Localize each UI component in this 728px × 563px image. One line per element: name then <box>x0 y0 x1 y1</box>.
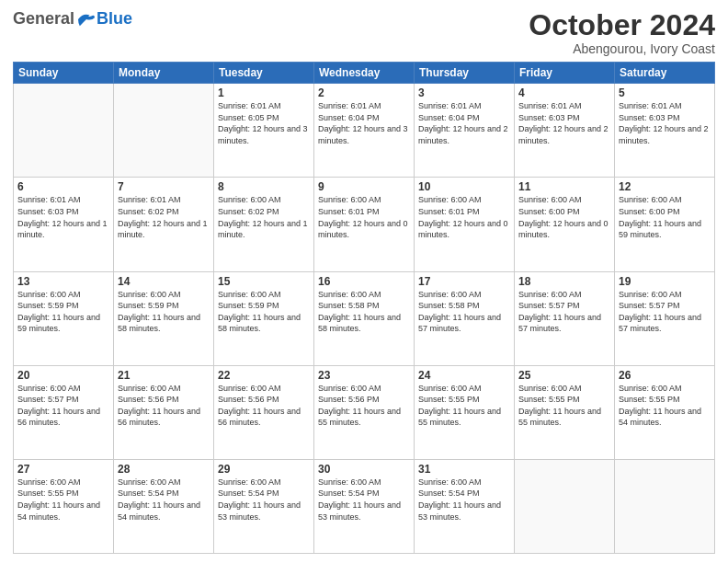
header-sunday: Sunday <box>14 63 114 84</box>
day-number: 13 <box>17 275 109 288</box>
header-saturday: Saturday <box>615 63 715 84</box>
day-number: 26 <box>619 369 711 382</box>
logo: General Blue <box>13 9 132 29</box>
header-tuesday: Tuesday <box>214 63 314 84</box>
calendar-table: Sunday Monday Tuesday Wednesday Thursday… <box>13 62 715 554</box>
table-row: 22Sunrise: 6:00 AMSunset: 5:56 PMDayligh… <box>214 365 314 459</box>
table-row: 25Sunrise: 6:00 AMSunset: 5:55 PMDayligh… <box>515 365 615 459</box>
day-number: 10 <box>418 180 510 193</box>
day-info: Sunrise: 6:00 AMSunset: 5:55 PMDaylight:… <box>619 383 711 429</box>
day-info: Sunrise: 6:00 AMSunset: 5:54 PMDaylight:… <box>418 477 510 523</box>
table-row: 17Sunrise: 6:00 AMSunset: 5:58 PMDayligh… <box>415 271 515 365</box>
table-row: 11Sunrise: 6:00 AMSunset: 6:00 PMDayligh… <box>515 178 615 271</box>
day-number: 16 <box>318 275 410 288</box>
table-row: 14Sunrise: 6:00 AMSunset: 5:59 PMDayligh… <box>114 271 214 365</box>
day-info: Sunrise: 6:01 AMSunset: 6:03 PMDaylight:… <box>619 100 711 146</box>
day-info: Sunrise: 6:00 AMSunset: 5:54 PMDaylight:… <box>218 477 310 523</box>
week-row-4: 20Sunrise: 6:00 AMSunset: 5:57 PMDayligh… <box>14 365 715 459</box>
table-row: 27Sunrise: 6:00 AMSunset: 5:55 PMDayligh… <box>14 459 114 553</box>
day-number: 18 <box>518 275 610 288</box>
day-number: 30 <box>318 463 410 476</box>
logo-blue-text: Blue <box>97 9 132 29</box>
table-row: 6Sunrise: 6:01 AMSunset: 6:03 PMDaylight… <box>14 178 114 271</box>
day-info: Sunrise: 6:00 AMSunset: 6:01 PMDaylight:… <box>318 194 410 240</box>
day-info: Sunrise: 6:00 AMSunset: 5:57 PMDaylight:… <box>17 383 109 429</box>
table-row: 31Sunrise: 6:00 AMSunset: 5:54 PMDayligh… <box>415 459 515 553</box>
table-row: 12Sunrise: 6:00 AMSunset: 6:00 PMDayligh… <box>615 178 715 271</box>
day-info: Sunrise: 6:00 AMSunset: 5:55 PMDaylight:… <box>418 383 510 429</box>
table-row: 20Sunrise: 6:00 AMSunset: 5:57 PMDayligh… <box>14 365 114 459</box>
day-number: 7 <box>118 180 210 193</box>
day-info: Sunrise: 6:00 AMSunset: 5:57 PMDaylight:… <box>619 289 711 335</box>
table-row: 21Sunrise: 6:00 AMSunset: 5:56 PMDayligh… <box>114 365 214 459</box>
day-number: 12 <box>619 180 711 193</box>
header: General Blue October 2024 Abengourou, Iv… <box>13 9 715 56</box>
day-number: 2 <box>318 86 410 99</box>
day-number: 19 <box>619 275 711 288</box>
day-info: Sunrise: 6:00 AMSunset: 6:01 PMDaylight:… <box>418 194 510 240</box>
day-number: 20 <box>17 369 109 382</box>
day-number: 29 <box>218 463 310 476</box>
day-number: 23 <box>318 369 410 382</box>
day-info: Sunrise: 6:00 AMSunset: 6:00 PMDaylight:… <box>619 194 711 240</box>
header-wednesday: Wednesday <box>314 63 415 84</box>
table-row: 28Sunrise: 6:00 AMSunset: 5:54 PMDayligh… <box>114 459 214 553</box>
header-monday: Monday <box>114 63 214 84</box>
table-row: 23Sunrise: 6:00 AMSunset: 5:56 PMDayligh… <box>314 365 415 459</box>
table-row: 13Sunrise: 6:00 AMSunset: 5:59 PMDayligh… <box>14 271 114 365</box>
day-number: 11 <box>518 180 610 193</box>
day-info: Sunrise: 6:01 AMSunset: 6:05 PMDaylight:… <box>218 100 310 146</box>
table-row: 3Sunrise: 6:01 AMSunset: 6:04 PMDaylight… <box>415 84 515 178</box>
day-number: 6 <box>17 180 109 193</box>
day-info: Sunrise: 6:00 AMSunset: 5:54 PMDaylight:… <box>118 477 210 523</box>
table-row: 15Sunrise: 6:00 AMSunset: 5:59 PMDayligh… <box>214 271 314 365</box>
day-info: Sunrise: 6:00 AMSunset: 5:59 PMDaylight:… <box>218 289 310 335</box>
day-number: 1 <box>218 86 310 99</box>
day-info: Sunrise: 6:00 AMSunset: 6:00 PMDaylight:… <box>518 194 610 240</box>
table-row: 5Sunrise: 6:01 AMSunset: 6:03 PMDaylight… <box>615 84 715 178</box>
table-row <box>114 84 214 178</box>
day-number: 4 <box>518 86 610 99</box>
table-row: 8Sunrise: 6:00 AMSunset: 6:02 PMDaylight… <box>214 178 314 271</box>
table-row: 24Sunrise: 6:00 AMSunset: 5:55 PMDayligh… <box>415 365 515 459</box>
table-row: 10Sunrise: 6:00 AMSunset: 6:01 PMDayligh… <box>415 178 515 271</box>
day-number: 14 <box>118 275 210 288</box>
day-number: 28 <box>118 463 210 476</box>
day-number: 8 <box>218 180 310 193</box>
table-row: 2Sunrise: 6:01 AMSunset: 6:04 PMDaylight… <box>314 84 415 178</box>
week-row-2: 6Sunrise: 6:01 AMSunset: 6:03 PMDaylight… <box>14 178 715 271</box>
table-row: 4Sunrise: 6:01 AMSunset: 6:03 PMDaylight… <box>515 84 615 178</box>
table-row: 30Sunrise: 6:00 AMSunset: 5:54 PMDayligh… <box>314 459 415 553</box>
day-number: 3 <box>418 86 510 99</box>
table-row <box>14 84 114 178</box>
table-row: 9Sunrise: 6:00 AMSunset: 6:01 PMDaylight… <box>314 178 415 271</box>
table-row <box>615 459 715 553</box>
page-container: General Blue October 2024 Abengourou, Iv… <box>0 0 728 563</box>
table-row: 19Sunrise: 6:00 AMSunset: 5:57 PMDayligh… <box>615 271 715 365</box>
location-subtitle: Abengourou, Ivory Coast <box>529 41 715 56</box>
day-number: 17 <box>418 275 510 288</box>
day-info: Sunrise: 6:00 AMSunset: 5:55 PMDaylight:… <box>518 383 610 429</box>
week-row-5: 27Sunrise: 6:00 AMSunset: 5:55 PMDayligh… <box>14 459 715 553</box>
day-number: 22 <box>218 369 310 382</box>
header-friday: Friday <box>515 63 615 84</box>
day-info: Sunrise: 6:00 AMSunset: 5:56 PMDaylight:… <box>118 383 210 429</box>
day-info: Sunrise: 6:01 AMSunset: 6:02 PMDaylight:… <box>118 194 210 240</box>
day-info: Sunrise: 6:00 AMSunset: 5:54 PMDaylight:… <box>318 477 410 523</box>
table-row: 1Sunrise: 6:01 AMSunset: 6:05 PMDaylight… <box>214 84 314 178</box>
day-number: 31 <box>418 463 510 476</box>
day-info: Sunrise: 6:01 AMSunset: 6:04 PMDaylight:… <box>318 100 410 146</box>
day-info: Sunrise: 6:00 AMSunset: 5:56 PMDaylight:… <box>218 383 310 429</box>
table-row <box>515 459 615 553</box>
table-row: 26Sunrise: 6:00 AMSunset: 5:55 PMDayligh… <box>615 365 715 459</box>
day-info: Sunrise: 6:00 AMSunset: 5:59 PMDaylight:… <box>118 289 210 335</box>
day-info: Sunrise: 6:01 AMSunset: 6:03 PMDaylight:… <box>17 194 109 240</box>
day-info: Sunrise: 6:00 AMSunset: 5:58 PMDaylight:… <box>418 289 510 335</box>
day-number: 21 <box>118 369 210 382</box>
logo-general-text: General <box>13 9 74 29</box>
logo-bird-icon <box>76 11 97 28</box>
day-number: 9 <box>318 180 410 193</box>
day-number: 5 <box>619 86 711 99</box>
table-row: 29Sunrise: 6:00 AMSunset: 5:54 PMDayligh… <box>214 459 314 553</box>
day-info: Sunrise: 6:00 AMSunset: 5:59 PMDaylight:… <box>17 289 109 335</box>
